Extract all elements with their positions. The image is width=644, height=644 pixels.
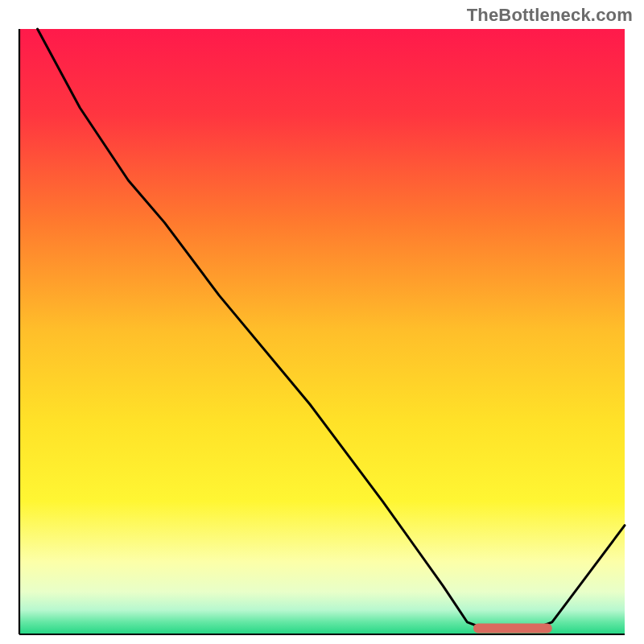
optimal-marker-band (473, 623, 552, 633)
watermark-text: TheBottleneck.com (467, 5, 633, 26)
chart-svg (14, 24, 630, 639)
bottleneck-chart (14, 24, 630, 639)
chart-stage: TheBottleneck.com (0, 0, 644, 644)
gradient-background (19, 29, 625, 634)
